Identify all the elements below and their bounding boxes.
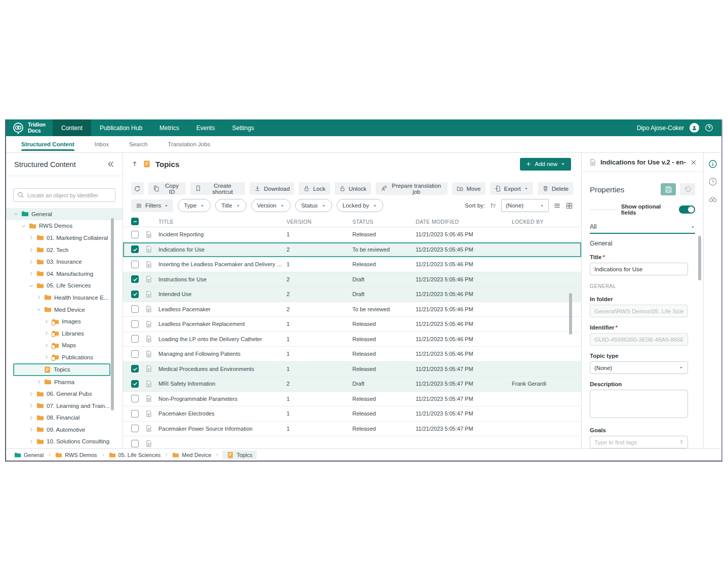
add-new-button[interactable]: Add new — [520, 158, 571, 171]
history-clock-icon[interactable] — [708, 177, 717, 186]
table-row[interactable]: Pacemaker Electrodes1Released11/21/2023 … — [123, 406, 581, 422]
chevron-right-icon[interactable] — [28, 415, 34, 421]
sort-direction-icon[interactable] — [490, 202, 497, 209]
title-field[interactable] — [590, 263, 688, 275]
filter-title[interactable]: Title — [215, 199, 246, 212]
chevron-right-icon[interactable] — [28, 247, 34, 253]
row-checkbox[interactable] — [131, 440, 139, 447]
field-group-select[interactable]: All — [590, 221, 695, 234]
tree-item-rws-demos[interactable]: RWS Demos — [6, 220, 123, 232]
table-row[interactable]: Pacemaker Power Source Information1Relea… — [123, 422, 581, 437]
tree-item-med-device[interactable]: Med Device — [6, 304, 123, 316]
row-checkbox[interactable] — [131, 350, 139, 358]
column-version[interactable]: VERSION — [287, 219, 352, 225]
unlock-button[interactable]: Unlock — [335, 182, 371, 195]
binoculars-icon[interactable] — [708, 195, 717, 204]
info-icon[interactable] — [708, 159, 717, 169]
collapse-sidebar-icon[interactable] — [107, 160, 114, 168]
table-row[interactable]: MRI Safety Information2Draft11/21/2023 5… — [123, 377, 581, 392]
chevron-right-icon[interactable] — [28, 271, 34, 276]
delete-button[interactable]: Delete — [538, 182, 573, 195]
tree-item-marketing-collateral[interactable]: 01. Marketing Collateral — [6, 232, 123, 244]
list-view-icon[interactable] — [553, 202, 561, 210]
table-row[interactable]: Inserting the Leadless Pacemaker and Del… — [123, 257, 581, 272]
filter-locked-by[interactable]: Locked by — [337, 199, 383, 212]
chevron-right-icon[interactable] — [44, 343, 49, 348]
filter-type[interactable]: Type — [178, 199, 211, 212]
goals-field[interactable] — [590, 436, 688, 448]
chevron-right-icon[interactable] — [28, 439, 34, 444]
panel-scrollbar[interactable] — [698, 236, 701, 280]
save-button[interactable] — [661, 183, 676, 195]
table-row[interactable]: Non-Programmable Parameters1Released11/2… — [123, 392, 581, 407]
filters-button[interactable]: Filters — [131, 199, 173, 212]
table-row[interactable]: Loading the LP onto the Delivery Cathete… — [123, 332, 581, 347]
table-row[interactable]: Managing and Following Patients1Released… — [123, 347, 581, 362]
tree-item-libraries[interactable]: Libraries — [6, 327, 123, 340]
tab-structured-content[interactable]: Structured Content — [21, 136, 74, 152]
filter-status[interactable]: Status — [295, 199, 332, 212]
column-title[interactable]: TITLE — [158, 219, 287, 225]
chevron-right-icon[interactable] — [36, 379, 42, 385]
stepper-icon[interactable] — [678, 439, 684, 445]
go-up-icon[interactable] — [131, 160, 138, 168]
tab-inbox[interactable]: Inbox — [95, 136, 109, 152]
show-optional-fields-toggle[interactable] — [679, 205, 695, 214]
row-checkbox[interactable] — [131, 275, 139, 283]
table-row[interactable]: Indications for Use2To be reviewed11/21/… — [123, 242, 581, 258]
nav-publication-hub[interactable]: Publication Hub — [91, 119, 151, 136]
row-checkbox[interactable] — [131, 410, 139, 418]
chevron-right-icon[interactable] — [44, 330, 49, 336]
filter-version[interactable]: Version — [251, 199, 291, 212]
tree-item-manufacturing[interactable]: 04. Manufacturing — [6, 268, 123, 280]
tree-item-pharma[interactable]: Pharma — [6, 376, 123, 388]
topic-type-select[interactable]: (None) — [590, 361, 688, 374]
grid-view-icon[interactable] — [565, 202, 573, 210]
user-avatar-icon[interactable] — [690, 123, 699, 133]
row-checkbox[interactable] — [131, 365, 139, 372]
row-checkbox[interactable] — [131, 380, 139, 388]
column-status[interactable]: STATUS — [352, 219, 416, 225]
description-field[interactable] — [590, 390, 688, 418]
column-locked-by[interactable]: LOCKED BY — [512, 219, 568, 225]
chevron-right-icon[interactable] — [28, 235, 34, 240]
chevron-down-icon[interactable] — [13, 211, 19, 217]
close-icon[interactable] — [690, 159, 697, 166]
row-checkbox[interactable] — [131, 305, 139, 313]
create-shortcut-button[interactable]: Create shortcut — [190, 182, 245, 195]
nav-metrics[interactable]: Metrics — [151, 119, 188, 136]
table-row[interactable]: Medical Procedures and Environments1Rele… — [123, 362, 581, 377]
nav-settings[interactable]: Settings — [223, 119, 262, 136]
breadcrumb-life-sciences[interactable]: 05. Life Sciences — [109, 451, 161, 459]
chevron-right-icon[interactable] — [36, 295, 42, 300]
move-button[interactable]: Move — [452, 182, 485, 195]
tree-item-automotive[interactable]: 09. Automotive — [6, 424, 123, 436]
tree-item-insurance[interactable]: 03. Insurance — [6, 256, 123, 268]
download-button[interactable]: Download — [250, 182, 294, 195]
breadcrumb-topics[interactable]: Topics — [223, 450, 256, 460]
tab-search[interactable]: Search — [129, 136, 147, 152]
table-row-partial[interactable] — [123, 436, 581, 448]
row-checkbox[interactable] — [131, 291, 139, 298]
tree-item-health-insurance[interactable]: Health Insurance E... — [6, 292, 123, 304]
tree-item-images[interactable]: Images — [6, 315, 123, 327]
copy-id-button[interactable]: Copy ID — [148, 182, 186, 195]
select-all-checkbox[interactable] — [131, 218, 139, 225]
row-checkbox[interactable] — [131, 335, 139, 343]
row-checkbox[interactable] — [131, 425, 139, 432]
undo-button[interactable] — [680, 183, 695, 195]
column-date-modified[interactable]: DATE MODIFIED — [416, 219, 512, 225]
tree-item-general-pubs[interactable]: 06. General Pubs — [6, 388, 123, 400]
prepare-translation-job-button[interactable]: Prepare translation job — [376, 182, 448, 195]
chevron-down-icon[interactable] — [36, 307, 42, 312]
refresh-button[interactable] — [131, 182, 144, 195]
tree-item-learning-and-training[interactable]: 07. Learning and Train... — [6, 400, 123, 412]
chevron-down-icon[interactable] — [21, 223, 26, 229]
row-checkbox[interactable] — [131, 395, 139, 402]
tree-item-solutions-consulting[interactable]: 10. Solutions Consulting — [6, 436, 123, 448]
nav-content[interactable]: Content — [53, 119, 91, 136]
chevron-right-icon[interactable] — [44, 319, 49, 324]
table-row[interactable]: Leadless Pacemaker Replacement1Released1… — [123, 317, 581, 332]
row-checkbox[interactable] — [131, 231, 139, 238]
chevron-right-icon[interactable] — [28, 259, 34, 265]
